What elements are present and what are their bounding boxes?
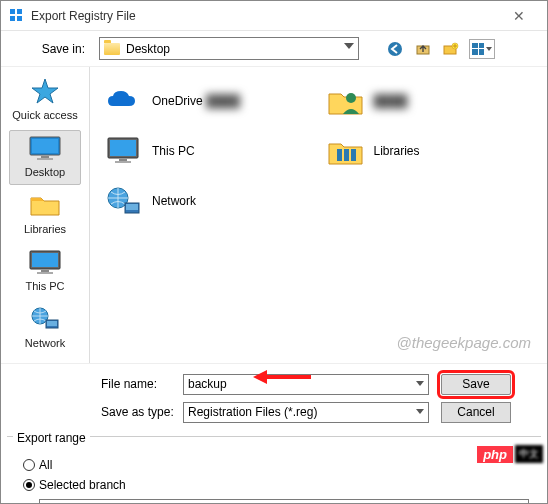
svg-rect-18 (47, 321, 57, 326)
close-button[interactable]: ✕ (499, 8, 539, 24)
cancel-button[interactable]: Cancel (441, 402, 511, 423)
save-in-label: Save in: (1, 42, 91, 56)
file-list-pane: OneDrive ████ ████ This PC Libraries (89, 67, 547, 363)
radio-all-row[interactable]: All (13, 455, 535, 475)
chevron-down-icon (344, 43, 354, 49)
place-label: Libraries (24, 223, 66, 235)
item-blurred-text: ████ (203, 94, 240, 108)
branch-input[interactable]: HKEY_LOCAL_MACHINE (39, 499, 529, 504)
place-quick-access[interactable]: Quick access (9, 73, 81, 128)
svg-point-19 (346, 93, 356, 103)
network-icon (104, 181, 144, 221)
svg-point-4 (388, 42, 402, 56)
chevron-down-icon (416, 409, 424, 414)
item-label: Network (152, 194, 196, 208)
places-bar: Quick access Desktop Libraries This PC N… (1, 67, 89, 363)
radio-selected-row[interactable]: Selected branch (13, 475, 535, 495)
save-in-row: Save in: Desktop (1, 31, 547, 67)
radio-selected-label: Selected branch (39, 478, 126, 492)
item-label: OneDrive (152, 94, 203, 108)
place-label: Network (25, 337, 65, 349)
place-label: Desktop (25, 166, 65, 178)
item-libraries[interactable]: Libraries (326, 129, 538, 173)
chevron-down-icon (416, 381, 424, 386)
export-registry-dialog: Export Registry File ✕ Save in: Desktop … (0, 0, 548, 504)
svg-rect-13 (32, 253, 58, 267)
place-this-pc[interactable]: This PC (9, 244, 81, 299)
svg-rect-0 (10, 9, 15, 14)
item-label: Libraries (374, 144, 420, 158)
filename-input[interactable]: backup (183, 374, 429, 395)
radio-all[interactable] (23, 459, 35, 471)
site-badge: php 中文 (477, 445, 543, 463)
item-onedrive[interactable]: OneDrive ████ (104, 79, 316, 123)
item-blurred-text: ████ (374, 94, 408, 108)
svg-rect-29 (126, 204, 138, 210)
export-range-group: Export range All Selected branch HKEY_LO… (7, 436, 541, 504)
onedrive-icon (104, 81, 144, 121)
badge-right: 中文 (515, 445, 543, 463)
new-folder-icon[interactable] (441, 39, 461, 59)
svg-rect-2 (10, 16, 15, 21)
user-folder-icon (326, 81, 366, 121)
svg-rect-24 (337, 149, 342, 161)
place-network[interactable]: Network (9, 301, 81, 356)
svg-rect-9 (32, 139, 58, 153)
title-bar: Export Registry File ✕ (1, 1, 547, 31)
savetype-combo[interactable]: Registration Files (*.reg) (183, 402, 429, 423)
svg-rect-21 (110, 140, 136, 156)
item-user[interactable]: ████ (326, 79, 538, 123)
svg-rect-14 (41, 270, 49, 272)
radio-all-label: All (39, 458, 52, 472)
save-in-value: Desktop (126, 42, 170, 56)
chevron-down-icon (486, 47, 492, 51)
folder-icon (104, 43, 120, 55)
radio-selected-branch[interactable] (23, 479, 35, 491)
svg-rect-15 (37, 272, 53, 274)
svg-rect-22 (119, 159, 127, 161)
svg-rect-26 (351, 149, 356, 161)
place-label: This PC (25, 280, 64, 292)
item-network[interactable]: Network (104, 179, 316, 223)
svg-rect-3 (17, 16, 22, 21)
svg-rect-11 (37, 158, 53, 160)
this-pc-icon (104, 131, 144, 171)
place-label: Quick access (12, 109, 77, 121)
savetype-label: Save as type: (1, 405, 177, 419)
up-folder-icon[interactable] (413, 39, 433, 59)
toolbar-icons (385, 39, 495, 59)
svg-rect-1 (17, 9, 22, 14)
file-fields: File name: backup Save Save as type: Reg… (1, 363, 547, 432)
svg-rect-23 (115, 161, 131, 163)
savetype-value: Registration Files (*.reg) (188, 405, 317, 419)
watermark-text: @thegeekpage.com (397, 334, 531, 351)
place-libraries[interactable]: Libraries (9, 187, 81, 242)
window-title: Export Registry File (31, 9, 499, 23)
filename-label: File name: (1, 377, 177, 391)
app-icon (9, 8, 25, 24)
item-this-pc[interactable]: This PC (104, 129, 316, 173)
place-desktop[interactable]: Desktop (9, 130, 81, 185)
export-range-legend: Export range (13, 431, 90, 445)
svg-rect-25 (344, 149, 349, 161)
filename-value: backup (188, 377, 227, 391)
libraries-icon (326, 131, 366, 171)
save-button[interactable]: Save (441, 374, 511, 395)
save-in-combo[interactable]: Desktop (99, 37, 359, 60)
badge-left: php (477, 446, 513, 463)
view-menu-button[interactable] (469, 39, 495, 59)
item-label: This PC (152, 144, 195, 158)
svg-rect-10 (41, 156, 49, 158)
back-icon[interactable] (385, 39, 405, 59)
